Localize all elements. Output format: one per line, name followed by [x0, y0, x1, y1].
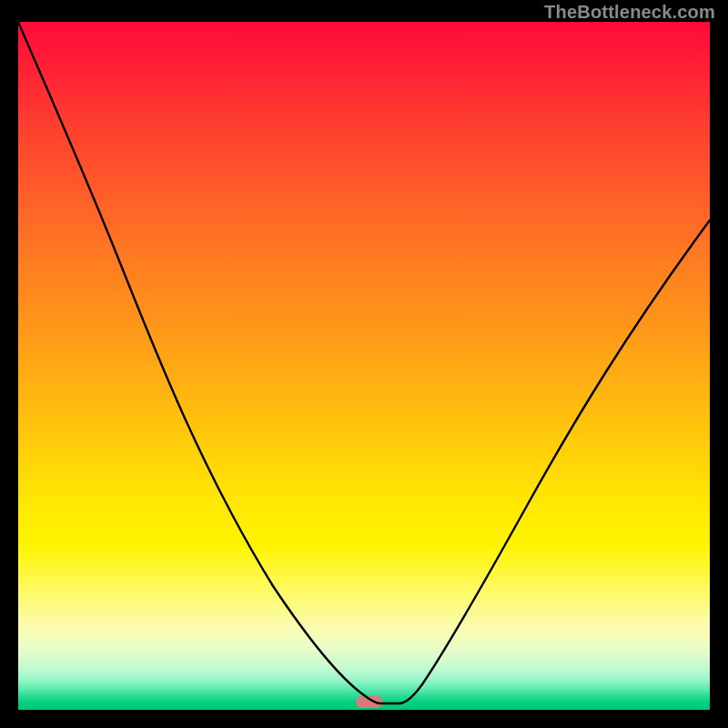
watermark-text: TheBottleneck.com	[544, 2, 715, 23]
bottleneck-curve	[18, 22, 710, 710]
chart-frame: TheBottleneck.com	[0, 0, 728, 728]
plot-area	[18, 22, 710, 710]
curve-path	[18, 22, 710, 703]
